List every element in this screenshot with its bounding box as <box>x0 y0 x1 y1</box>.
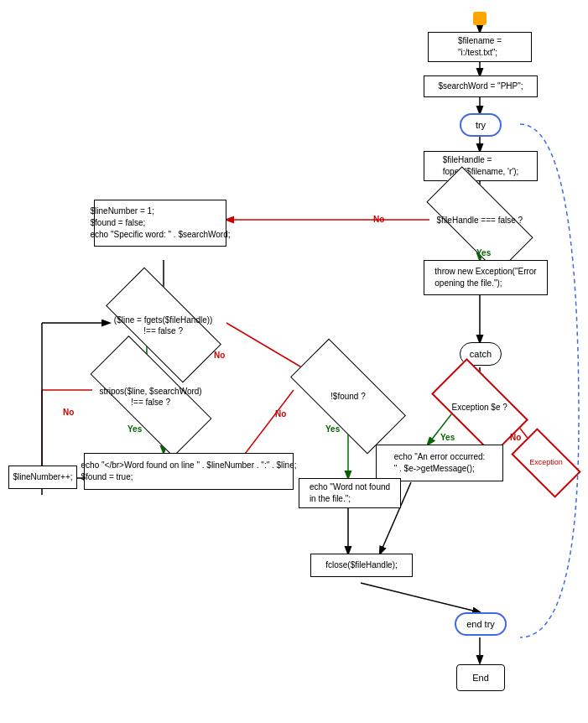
stripos-label: stripos($line, $searchWord) !== false ? <box>93 386 209 408</box>
filehandle-check-label: $fileHandle === false ? <box>437 214 523 225</box>
end-label: End <box>472 673 489 683</box>
exception-diamond-node: Exception <box>511 428 580 497</box>
end-try-label: end try <box>466 619 495 629</box>
fclose-node: fclose($fileHandle); <box>310 554 413 577</box>
filename-label: $filename = "i:/test.txt"; <box>455 34 505 60</box>
throw-exception-node: throw new Exception("Error opening the f… <box>424 260 548 295</box>
echo-found-label: echo "</br>Word found on line " . $lineN… <box>78 458 300 485</box>
exception-check-label: Exception $e ? <box>452 401 507 412</box>
exception-yes-label: Yes <box>440 433 455 442</box>
filehandle-node: $fileHandle = fopen($filename, 'r'); <box>424 151 538 181</box>
filename-node: $filename = "i:/test.txt"; <box>428 32 532 62</box>
searchword-label: $searchWord = "PHP"; <box>434 79 526 94</box>
filehandle-no-label: No <box>373 215 384 224</box>
start-node <box>473 12 487 25</box>
throw-exception-label: throw new Exception("Error opening the f… <box>431 264 539 291</box>
filehandle-yes-label: Yes <box>476 248 491 257</box>
echo-error-label: echo "An error occurred: " . $e->getMess… <box>391 450 489 476</box>
try-label: try <box>476 120 486 130</box>
echo-error-node: echo "An error occurred: " . $e->getMess… <box>376 445 503 481</box>
flowchart-diagram: $filename = "i:/test.txt"; $searchWord =… <box>0 0 588 723</box>
echo-not-found-label: echo "Word not found in the file."; <box>306 480 393 507</box>
initvars-label: $lineNumber = 1; $found = false; echo "S… <box>87 204 234 242</box>
fgets-no-label: No <box>214 351 225 360</box>
try-node: try <box>460 113 502 137</box>
found-check-node: !$found ? <box>290 339 406 455</box>
svg-line-24 <box>361 583 480 612</box>
catch-label: catch <box>470 349 492 359</box>
found-yes-label: Yes <box>325 424 340 434</box>
found-no-label: No <box>275 409 286 419</box>
end-try-node: end try <box>455 612 507 636</box>
searchword-node: $searchWord = "PHP"; <box>424 75 538 97</box>
line-number-inc-label: $lineNumber++; <box>9 470 75 485</box>
exception-no-label: No <box>510 433 521 442</box>
fgets-loop-label: ($line = fgets($fileHandle)) !== false ? <box>110 315 217 336</box>
found-check-label: !$found ? <box>330 391 366 402</box>
line-number-inc-node: $lineNumber++; <box>8 466 77 489</box>
fclose-label: fclose($fileHandle); <box>322 558 401 573</box>
initvars-node: $lineNumber = 1; $found = false; echo "S… <box>94 200 226 247</box>
exception-diamond-label: Exception <box>529 458 563 468</box>
echo-not-found-node: echo "Word not found in the file."; <box>299 478 401 508</box>
stripos-yes-label: Yes <box>127 424 142 434</box>
echo-found-node: echo "</br>Word found on line " . $lineN… <box>84 453 294 490</box>
stripos-no-label: No <box>63 408 74 417</box>
end-node: End <box>456 664 505 691</box>
